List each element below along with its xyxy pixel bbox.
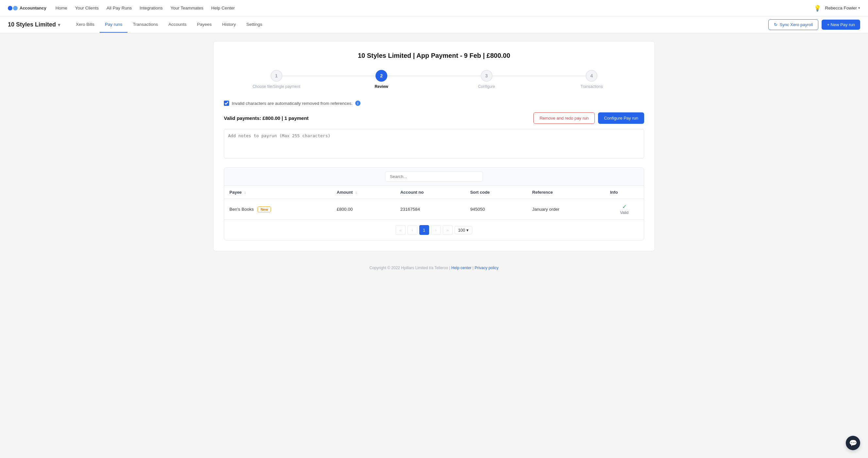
sub-nav-actions: ↻ Sync Xero payroll + New Pay run xyxy=(768,19,860,30)
help-center-link[interactable]: Help center xyxy=(451,266,471,270)
valid-payments-label: Valid payments: £800.00 | 1 payment xyxy=(224,115,309,121)
step-3: 3 Configure xyxy=(434,70,539,89)
table-section: Payee ↕ Amount ↕ Account no Sort code xyxy=(224,167,644,240)
nav-link-integrations[interactable]: Integrations xyxy=(140,5,163,10)
privacy-policy-link[interactable]: Privacy policy xyxy=(474,266,498,270)
checkbox-label: Invalid characters are automatically rem… xyxy=(232,101,352,106)
info-icon[interactable]: i xyxy=(355,101,361,106)
step-2-circle: 2 xyxy=(375,70,387,82)
col-reference: Reference xyxy=(527,186,605,199)
nav-link-payruns[interactable]: All Pay Runs xyxy=(106,5,132,10)
pay-run-title: 10 Styles Limited | App Payment - 9 Feb … xyxy=(224,52,644,60)
step-3-label: Configure xyxy=(478,84,495,89)
tab-transactions[interactable]: Transactions xyxy=(127,17,163,33)
prev-page-button[interactable]: ‹ xyxy=(407,225,417,235)
per-page-chevron-icon: ▾ xyxy=(466,228,469,233)
step-1-label: Choose file/Single payment xyxy=(253,84,300,89)
nav-right: 💡 Rebecca Fowler ▾ xyxy=(814,5,860,12)
tab-accounts[interactable]: Accounts xyxy=(163,17,192,33)
valid-text: Valid xyxy=(620,210,628,215)
configure-pay-run-button[interactable]: Configure Pay run xyxy=(598,112,644,124)
step-2-label: Review xyxy=(375,84,388,89)
user-menu[interactable]: Rebecca Fowler ▾ xyxy=(825,5,860,10)
table-row: Ben's Books New £800.00 23167584 945050 … xyxy=(224,199,644,220)
user-name: Rebecca Fowler xyxy=(825,5,857,10)
step-1: 1 Choose file/Single payment xyxy=(224,70,329,89)
new-badge: New xyxy=(257,206,271,212)
step-3-circle: 3 xyxy=(481,70,493,82)
nav-link-teammates[interactable]: Your Teammates xyxy=(170,5,204,10)
payee-sort-icon[interactable]: ↕ xyxy=(244,191,246,194)
action-buttons: Remove and redo pay run Configure Pay ru… xyxy=(533,112,644,124)
first-page-button[interactable]: « xyxy=(396,225,406,235)
valid-check-icon: ✓ xyxy=(622,203,626,210)
col-sort-code: Sort code xyxy=(465,186,527,199)
user-chevron-icon: ▾ xyxy=(858,6,860,10)
cell-account-no: 23167584 xyxy=(395,199,465,220)
sub-nav-links: Xero Bills Pay runs Transactions Account… xyxy=(70,17,768,33)
table-header-row: Payee ↕ Amount ↕ Account no Sort code xyxy=(224,186,644,199)
col-info: Info xyxy=(605,186,644,199)
stepper: 1 Choose file/Single payment 2 Review 3 … xyxy=(224,70,644,89)
nav-link-clients[interactable]: Your Clients xyxy=(75,5,99,10)
table-search-bar xyxy=(224,168,644,186)
new-pay-run-button[interactable]: + New Pay run xyxy=(822,20,860,30)
main-content: 10 Styles Limited | App Payment - 9 Feb … xyxy=(205,41,663,251)
logo-icon xyxy=(8,6,18,10)
cell-payee: Ben's Books New xyxy=(224,199,331,220)
cell-amount: £800.00 xyxy=(331,199,395,220)
notes-textarea[interactable] xyxy=(224,129,644,158)
footer: Copyright © 2022 Hpillars Limited t/a Te… xyxy=(0,259,868,277)
col-amount: Amount ↕ xyxy=(331,186,395,199)
company-name: 10 Styles Limited xyxy=(8,21,56,28)
cell-reference: January order xyxy=(527,199,605,220)
sync-icon: ↻ xyxy=(774,22,777,27)
cell-info: ✓ Valid xyxy=(605,199,644,220)
step-4-circle: 4 xyxy=(586,70,597,82)
page-1-button[interactable]: 1 xyxy=(419,225,429,235)
cell-sort-code: 945050 xyxy=(465,199,527,220)
tab-settings[interactable]: Settings xyxy=(241,17,268,33)
tab-xero-bills[interactable]: Xero Bills xyxy=(70,17,100,33)
sync-button-label: Sync Xero payroll xyxy=(779,22,813,27)
checkbox-row: Invalid characters are automatically rem… xyxy=(224,101,644,106)
nav-links: Home Your Clients All Pay Runs Integrati… xyxy=(56,5,814,10)
notification-icon[interactable]: 💡 xyxy=(814,5,821,12)
last-page-button[interactable]: » xyxy=(443,225,453,235)
copyright-text: Copyright © 2022 Hpillars Limited t/a Te… xyxy=(369,266,448,270)
chat-bubble-button[interactable]: 💬 xyxy=(846,436,860,450)
step-4-label: Transactions xyxy=(581,84,602,89)
nav-link-help[interactable]: Help Center xyxy=(211,5,235,10)
new-pay-run-label: + New Pay run xyxy=(827,22,855,27)
company-selector[interactable]: 10 Styles Limited ▾ xyxy=(8,21,60,28)
chat-icon: 💬 xyxy=(849,439,857,447)
pagination: « ‹ 1 › » 100 ▾ xyxy=(224,220,644,240)
next-page-button[interactable]: › xyxy=(431,225,441,235)
step-1-circle: 1 xyxy=(271,70,282,82)
step-2: 2 Review xyxy=(329,70,434,89)
top-navigation: Accountancy Home Your Clients All Pay Ru… xyxy=(0,0,868,17)
logo[interactable]: Accountancy xyxy=(8,5,46,10)
valid-cell: ✓ Valid xyxy=(610,203,639,215)
per-page-value: 100 xyxy=(458,228,465,233)
logo-text: Accountancy xyxy=(20,5,46,10)
sub-navigation: 10 Styles Limited ▾ Xero Bills Pay runs … xyxy=(0,17,868,33)
actions-row: Valid payments: £800.00 | 1 payment Remo… xyxy=(224,112,644,124)
tab-history[interactable]: History xyxy=(217,17,241,33)
tab-payees[interactable]: Payees xyxy=(192,17,217,33)
nav-link-home[interactable]: Home xyxy=(56,5,67,10)
tab-pay-runs[interactable]: Pay runs xyxy=(100,17,127,33)
payments-table: Payee ↕ Amount ↕ Account no Sort code xyxy=(224,186,644,220)
remove-redo-button[interactable]: Remove and redo pay run xyxy=(533,112,595,124)
col-payee: Payee ↕ xyxy=(224,186,331,199)
company-chevron-icon: ▾ xyxy=(58,22,60,27)
sync-xero-payroll-button[interactable]: ↻ Sync Xero payroll xyxy=(768,19,818,30)
amount-sort-icon[interactable]: ↕ xyxy=(355,191,357,194)
pay-run-card: 10 Styles Limited | App Payment - 9 Feb … xyxy=(213,41,655,251)
col-account-no: Account no xyxy=(395,186,465,199)
auto-remove-checkbox[interactable] xyxy=(224,101,229,106)
per-page-selector[interactable]: 100 ▾ xyxy=(455,226,472,234)
search-input[interactable] xyxy=(385,171,483,182)
step-4: 4 Transactions xyxy=(539,70,645,89)
